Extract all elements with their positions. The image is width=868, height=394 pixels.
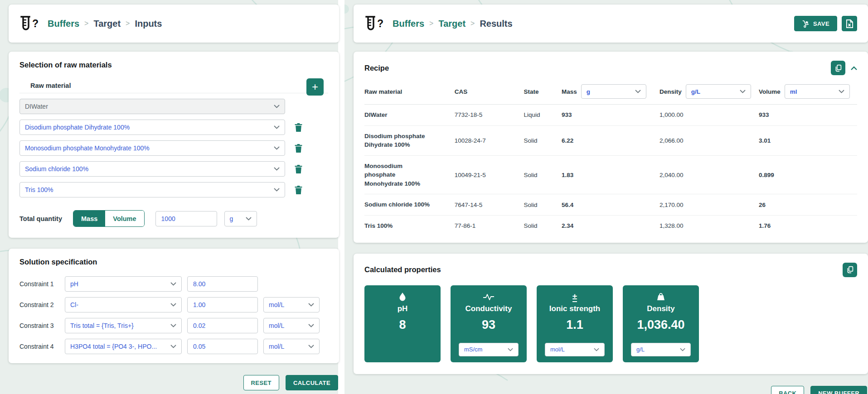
export-excel-button[interactable] — [842, 16, 857, 31]
total-quantity-input[interactable] — [155, 211, 217, 226]
constraint-4-value-input[interactable] — [187, 339, 258, 354]
col-state: State — [524, 82, 562, 105]
app-logo: ? — [364, 16, 383, 31]
row-cas: 77-86-1 — [455, 215, 524, 236]
row-volume: 26 — [759, 194, 857, 216]
mass-unit-select[interactable]: g — [581, 84, 646, 99]
material-select-value: Sodium chloride 100% — [25, 165, 88, 173]
inputs-header-card: ? Buffers > Target > Inputs — [9, 5, 339, 43]
constraint-1-label: Constraint 1 — [19, 280, 65, 288]
droplet-icon — [399, 293, 406, 301]
row-state: Solid — [524, 194, 562, 216]
constraint-2-value-input[interactable] — [187, 297, 258, 312]
raw-materials-card: Selection of raw materials Raw material … — [9, 52, 339, 238]
ionic-strength-unit-select[interactable]: mol/L — [545, 343, 605, 356]
row-cas: 7732-18-5 — [455, 105, 524, 126]
chevron-down-icon — [274, 125, 280, 129]
toggle-mass[interactable]: Mass — [73, 211, 105, 226]
recipe-row-diwater: DIWater 7732-18-5 Liquid 933 1,000.00 93… — [364, 105, 857, 126]
solution-specification-title: Solution specification — [19, 258, 328, 266]
constraint-3-unit-select[interactable]: mol/L — [263, 318, 320, 333]
raw-materials-title: Selection of raw materials — [19, 61, 328, 69]
row-mass: 933 — [562, 105, 659, 126]
parameter-value: H3PO4 total = {PO4 3-, HPO... — [70, 343, 157, 350]
copy-properties-button[interactable] — [843, 263, 857, 277]
delete-material-icon[interactable] — [294, 144, 303, 153]
constraint-2-parameter-select[interactable]: Cl- — [65, 297, 182, 312]
breadcrumb-results: Results — [480, 19, 512, 29]
unit-value: g — [587, 88, 590, 95]
pulse-icon — [483, 293, 495, 301]
recipe-header-row: Raw material CAS State Mass g — [364, 82, 857, 105]
material-select-4[interactable]: Tris 100% — [19, 182, 285, 197]
delete-material-icon[interactable] — [294, 123, 303, 132]
row-material-name: Tris 100% — [364, 221, 393, 231]
chevron-down-icon — [508, 348, 513, 351]
save-button[interactable]: SAVE — [794, 16, 837, 31]
calculate-button[interactable]: CALCULATE — [286, 375, 338, 390]
breadcrumb-buffers[interactable]: Buffers — [48, 19, 79, 29]
constraint-4-parameter-select[interactable]: H3PO4 total = {PO4 3-, HPO... — [65, 339, 182, 354]
ionic-strength-label: Ionic strength — [549, 304, 600, 313]
material-select-value: Disodium phosphate Dihydrate 100% — [25, 124, 130, 131]
constraint-1-value-input[interactable] — [187, 276, 258, 292]
material-select-2[interactable]: Monosodium phosphate Monohydrate 100% — [19, 140, 285, 156]
ph-value: 8 — [399, 318, 406, 332]
total-quantity-row: Total quantity Mass Volume g — [19, 210, 328, 227]
toggle-volume[interactable]: Volume — [105, 211, 144, 226]
breadcrumb-separator: > — [470, 19, 475, 28]
reset-button[interactable]: RESET — [243, 375, 279, 390]
breadcrumb-buffers[interactable]: Buffers — [393, 19, 424, 29]
parameter-value: pH — [70, 280, 78, 288]
conductivity-value: 93 — [482, 318, 495, 332]
recipe-card: Recipe Raw material — [354, 52, 868, 243]
copy-recipe-button[interactable] — [831, 61, 845, 75]
recipe-row-disodium-phosphate: Disodium phosphate Dihydrate 100% 10028-… — [364, 125, 857, 155]
breadcrumb-separator: > — [429, 19, 433, 28]
help-icon[interactable]: ? — [32, 19, 39, 29]
unit-value: g — [230, 215, 233, 222]
delete-material-icon[interactable] — [294, 164, 303, 174]
chevron-down-icon — [274, 146, 280, 150]
help-icon[interactable]: ? — [377, 19, 383, 29]
row-volume: 0.899 — [759, 155, 857, 194]
copy-icon — [834, 64, 842, 72]
material-select-1[interactable]: Disodium phosphate Dihydrate 100% — [19, 120, 285, 135]
solution-specification-card: Solution specification Constraint 1 pH C… — [9, 249, 339, 363]
new-buffer-button[interactable]: NEW BUFFER — [810, 386, 867, 394]
chevron-down-icon — [274, 167, 280, 171]
back-button[interactable]: BACK — [771, 386, 804, 394]
mass-volume-toggle: Mass Volume — [73, 210, 145, 227]
density-tile-unit-select[interactable]: g/L — [631, 343, 691, 356]
row-material-name: Disodium phosphate Dihydrate 100% — [364, 132, 436, 149]
material-select-3[interactable]: Sodium chloride 100% — [19, 161, 285, 177]
add-material-button[interactable]: + — [306, 78, 324, 96]
constraint-3-label: Constraint 3 — [19, 322, 65, 329]
density-unit-select[interactable]: g/L — [686, 84, 751, 99]
delete-material-icon[interactable] — [294, 185, 303, 195]
row-cas: 7647-14-5 — [455, 194, 524, 216]
breadcrumb-target[interactable]: Target — [438, 19, 466, 29]
constraint-row-3: Constraint 3 Tris total = {Tris, Tris+} … — [19, 318, 328, 333]
row-state: Solid — [524, 215, 562, 236]
collapse-chevron-icon[interactable] — [851, 66, 857, 70]
breadcrumb-target: Target — [93, 19, 121, 29]
constraint-3-parameter-select[interactable]: Tris total = {Tris, Tris+} — [65, 318, 182, 333]
copy-icon — [846, 266, 854, 274]
material-select-diwater[interactable]: DIWater — [19, 99, 285, 114]
constraint-3-value-input[interactable] — [187, 318, 258, 333]
conductivity-unit-select[interactable]: mS/cm — [459, 343, 519, 356]
row-mass: 6.22 — [562, 125, 659, 155]
calculated-properties-title: Calculated properties — [364, 265, 441, 274]
constraint-4-unit-select[interactable]: mol/L — [263, 339, 320, 354]
recipe-title: Recipe — [364, 64, 389, 72]
constraint-1-parameter-select[interactable]: pH — [65, 276, 182, 292]
constraint-2-unit-select[interactable]: mol/L — [263, 297, 320, 312]
chevron-down-icon — [740, 90, 746, 93]
row-mass: 1.83 — [562, 155, 659, 194]
unit-value: ml — [790, 88, 797, 95]
breadcrumb-separator: > — [84, 19, 88, 28]
total-quantity-unit-select[interactable]: g — [224, 211, 257, 226]
material-row: Sodium chloride 100% — [19, 161, 328, 177]
volume-unit-select[interactable]: ml — [785, 84, 850, 99]
